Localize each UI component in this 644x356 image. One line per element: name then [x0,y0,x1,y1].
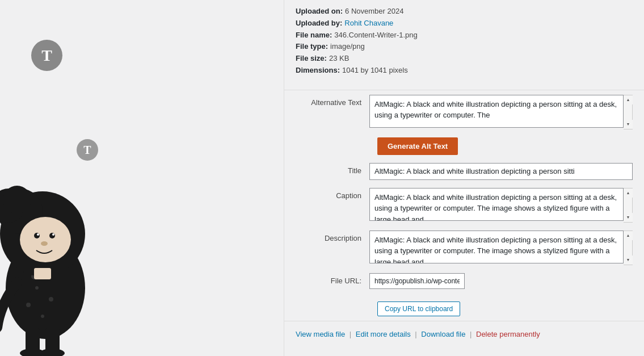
alt-text-scroll-down[interactable]: ▼ [624,120,633,129]
uploaded-by-label: Uploaded by: [296,18,342,30]
copy-url-button[interactable]: Copy URL to clipboard [377,301,460,316]
description-label: Description [296,231,369,242]
alt-text-label: Alternative Text [296,95,369,107]
generate-alt-text-button[interactable]: Generate Alt Text [377,137,458,155]
caption-label: Caption [296,188,369,200]
delete-link[interactable]: Delete permanently [476,330,540,338]
file-url-input[interactable] [369,273,465,289]
description-textarea-wrapper: ▲ ▼ [369,231,633,265]
separator-2: | [415,330,416,338]
alt-text-row: Alternative Text ▲ ▼ [296,95,633,129]
left-panel: T T [0,0,284,356]
title-control-wrap [369,163,633,180]
alt-text-control-wrap: ▲ ▼ [369,95,633,129]
uploaded-by-link[interactable]: Rohit Chavane [344,18,393,30]
title-label: Title [296,163,369,175]
caption-textarea-wrapper: ▲ ▼ [369,188,633,223]
file-name-value: 346.Content-Writer-1.png [334,30,417,41]
uploaded-by-row: Uploaded by: Rohit Chavane [296,18,633,30]
title-input[interactable] [369,163,633,180]
file-type-value: image/png [330,41,365,53]
svg-point-3 [26,303,31,307]
svg-point-19 [40,349,65,356]
svg-point-15 [41,241,48,246]
description-row: Description ▲ ▼ [296,231,633,265]
uploaded-on-label: Uploaded on: [296,6,343,18]
svg-point-14 [52,233,54,236]
svg-point-11 [34,233,40,238]
file-name-row: File name: 346.Content-Writer-1.png [296,30,633,41]
title-row: Title [296,163,633,180]
file-url-control-wrap [369,273,633,289]
caption-scroll-up[interactable]: ▲ [624,189,633,198]
svg-point-4 [41,315,44,318]
caption-scroll-down[interactable]: ▼ [624,213,633,222]
svg-point-13 [37,233,39,236]
description-scroll-down[interactable]: ▼ [624,256,633,265]
svg-point-12 [49,233,55,238]
uploaded-on-row: Uploaded on: 6 November 2024 [296,6,633,18]
file-size-row: File size: 23 KB [296,53,633,65]
description-scrollbar: ▲ ▼ [624,231,633,265]
caption-row: Caption ▲ ▼ [296,188,633,223]
caption-control-wrap: ▲ ▼ [369,188,633,223]
form-section: Alternative Text ▲ ▼ Generate Alt Text T… [284,95,644,316]
dimensions-label: Dimensions: [296,65,340,77]
file-info-section: Uploaded on: 6 November 2024 Uploaded by… [284,0,644,85]
file-type-row: File type: image/png [296,41,633,53]
file-url-row: File URL: [296,273,633,289]
caption-scrollbar: ▲ ▼ [624,188,633,223]
alt-text-scrollbar: ▲ ▼ [624,95,633,129]
t-icon-top: T [31,40,62,71]
footer-links: View media file | Edit more details | Do… [284,321,644,347]
alt-text-input[interactable] [369,95,624,128]
description-control-wrap: ▲ ▼ [369,231,633,265]
separator-3: | [470,330,472,338]
description-input[interactable] [369,231,624,263]
svg-point-10 [20,217,71,262]
character-illustration [0,112,125,356]
view-media-link[interactable]: View media file [296,330,345,338]
uploaded-on-value: 6 November 2024 [345,6,403,18]
download-link[interactable]: Download file [421,330,465,338]
dimensions-value: 1041 by 1041 pixels [342,65,408,77]
edit-details-link[interactable]: Edit more details [356,330,411,338]
divider [284,90,644,90]
alt-text-textarea-wrapper: ▲ ▼ [369,95,633,129]
file-size-value: 23 KB [329,53,349,65]
svg-point-5 [35,286,39,290]
description-scroll-up[interactable]: ▲ [624,231,633,240]
dimensions-row: Dimensions: 1041 by 1041 pixels [296,65,633,77]
alt-text-scroll-up[interactable]: ▲ [624,95,633,104]
file-size-label: File size: [296,53,327,65]
caption-input[interactable] [369,188,624,221]
svg-point-2 [49,297,53,301]
separator-1: | [350,330,351,338]
file-name-label: File name: [296,30,332,41]
file-url-label: File URL: [296,273,369,285]
svg-point-9 [3,186,31,214]
right-panel: Uploaded on: 6 November 2024 Uploaded by… [284,0,644,356]
svg-rect-20 [34,268,51,279]
file-type-label: File type: [296,41,328,53]
